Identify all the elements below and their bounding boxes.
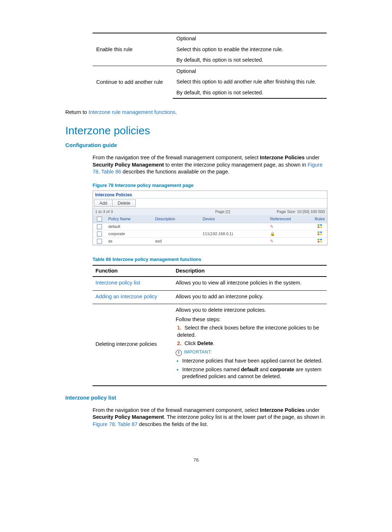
param-line: By default, this option is not selected. — [173, 87, 327, 99]
col-policy-name: Policy Name — [106, 215, 153, 223]
record-range: 1 to 3 of 3 — [93, 208, 199, 215]
policy-list-heading: Interzone policy list — [65, 394, 327, 401]
important-icon: ! — [176, 350, 182, 356]
row-checkbox[interactable] — [97, 239, 102, 244]
figure-caption: Figure 78 Interzone policy management pa… — [93, 182, 327, 189]
table-row: as asd ✎ — [93, 237, 327, 245]
figure-78-screenshot: Interzone Policies Add Delete 1 to 3 of … — [93, 191, 327, 245]
func-desc: Allows you to delete interzone policies.… — [173, 304, 327, 386]
add-button[interactable]: Add — [94, 200, 113, 207]
param-line: Optional — [173, 33, 327, 44]
lock-icon: 🔒 — [270, 232, 275, 236]
deleting-policies-label: Deleting interzone policies — [93, 304, 173, 386]
fig-status-bar: 1 to 3 of 3 Page [1] Page Size: 10 [50] … — [93, 208, 327, 215]
col-device: Device — [200, 215, 268, 223]
policy-list-para: From the navigation tree of the firewall… — [93, 407, 327, 428]
interzone-policy-list-link[interactable]: Interzone policy list — [95, 280, 140, 286]
important-label: ! IMPORTANT: — [176, 348, 324, 356]
table-row: Interzone policy list Allows you to view… — [93, 277, 327, 290]
func-desc: Allows you to view all interzone policie… — [173, 277, 327, 290]
table-row: Adding an interzone policy Allows you to… — [93, 290, 327, 304]
func-header-description: Description — [173, 265, 327, 277]
col-referenced: Referenced — [268, 215, 313, 223]
list-item: Interzone policies that have been applie… — [182, 357, 324, 365]
config-guide-para: From the navigation tree of the firewall… — [93, 154, 327, 176]
param-line: By default, this option is not selected. — [173, 55, 327, 66]
table-row: corporate 111(192.168.0.1) 🔒 — [93, 230, 327, 237]
return-link[interactable]: Interzone rule management functions — [89, 109, 175, 115]
edit-icon[interactable]: ✎ — [270, 224, 273, 229]
delete-button[interactable]: Delete — [113, 200, 136, 207]
parameter-table: Enable this rule Optional Select this op… — [93, 33, 327, 99]
param-line: Select this option to enable the interzo… — [173, 44, 327, 55]
fig-panel-title: Interzone Policies — [93, 191, 327, 198]
param-label: Continue to add another rule — [93, 66, 173, 98]
col-description: Description — [153, 215, 201, 223]
param-line: Optional — [173, 66, 327, 77]
row-checkbox[interactable] — [97, 232, 102, 237]
param-label: Enable this rule — [93, 33, 173, 66]
func-desc: Allows you to add an interzone policy. — [173, 290, 327, 304]
edit-icon[interactable]: ✎ — [270, 239, 273, 243]
rules-icon[interactable] — [318, 224, 322, 228]
page-indicator: Page [1] — [199, 208, 246, 215]
func-header-function: Function — [93, 265, 173, 277]
table-row: default ✎ — [93, 223, 327, 230]
section-title: Interzone policies — [65, 123, 327, 138]
param-line: Select this option to add another rule a… — [173, 77, 327, 87]
col-rules: Rules — [313, 215, 327, 223]
rules-icon[interactable] — [318, 239, 322, 242]
row-checkbox[interactable] — [97, 224, 102, 229]
table-row: Deleting interzone policies Allows you t… — [93, 304, 327, 386]
table-caption: Table 86 Interzone policy management fun… — [93, 256, 327, 263]
config-guide-heading: Configuration guide — [65, 142, 327, 149]
table-link[interactable]: Table 86 — [101, 169, 121, 175]
policy-grid: Policy Name Description Device Reference… — [93, 215, 327, 245]
page-number: 76 — [65, 457, 327, 463]
return-line: Return to Interzone rule management func… — [65, 109, 327, 116]
function-table: Function Description Interzone policy li… — [93, 265, 327, 386]
figure-link[interactable]: Figure 78 — [93, 421, 115, 427]
page-size: Page Size: 10 [50] 100 500 — [246, 208, 327, 215]
table-link[interactable]: Table 87 — [118, 421, 138, 427]
list-item: Interzone polices named default and corp… — [182, 366, 324, 380]
adding-interzone-policy-link[interactable]: Adding an interzone policy — [95, 294, 157, 299]
select-all-checkbox[interactable] — [97, 217, 102, 222]
rules-icon[interactable] — [318, 232, 322, 235]
